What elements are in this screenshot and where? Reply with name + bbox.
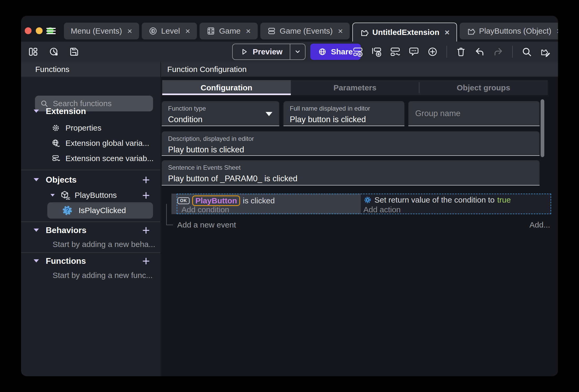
close-icon[interactable]: × — [445, 28, 450, 37]
add-more-button[interactable]: Add... — [530, 220, 550, 229]
sidebar-section-extension[interactable]: Extension — [21, 105, 160, 118]
panels-icon[interactable] — [27, 46, 39, 58]
conditions-column[interactable]: OK PlayButton is clicked Add condition — [171, 194, 361, 214]
close-window-button[interactable] — [25, 27, 32, 34]
sidebar-section-behaviors[interactable]: Behaviors + — [21, 224, 160, 237]
condition-text: is clicked — [243, 196, 275, 205]
tab-playbuttons-object[interactable]: PlayButtons (Object) × — [460, 23, 558, 39]
configuration-tab-bar: Configuration Parameters Object groups — [162, 80, 548, 95]
chevron-down-icon[interactable] — [34, 110, 39, 113]
tab-object-groups[interactable]: Object groups — [419, 80, 548, 95]
close-icon[interactable]: × — [557, 27, 558, 35]
chevron-down-icon[interactable] — [34, 229, 39, 232]
chevron-down-icon — [294, 48, 301, 55]
redo-icon[interactable] — [492, 46, 504, 58]
preview-button[interactable]: Preview — [232, 44, 306, 60]
toolbar-center-group: Preview Share — [232, 42, 361, 62]
tab-configuration[interactable]: Configuration — [162, 80, 291, 95]
vertical-scrollbar[interactable] — [541, 99, 544, 157]
add-new-event-button[interactable]: Add a new event — [177, 220, 236, 229]
condition-function-icon — [62, 205, 73, 216]
preview-options-button[interactable] — [290, 44, 305, 59]
comment-icon[interactable] — [408, 46, 420, 58]
edit-extension-icon[interactable] — [540, 46, 551, 58]
add-function-button[interactable]: + — [142, 254, 150, 267]
add-object-function-button[interactable]: + — [142, 189, 150, 202]
trash-icon[interactable] — [455, 46, 467, 58]
sidebar-item-extension-global-variables[interactable]: Extension global varia... — [21, 136, 160, 150]
tab-level[interactable]: Level × — [142, 23, 197, 39]
film-icon — [206, 27, 215, 35]
functions-sidebar: Functions Extension Properties Extension… — [21, 62, 160, 376]
group-name-field[interactable] — [408, 101, 540, 126]
button-icon: OK — [177, 197, 190, 204]
circle-plus-icon[interactable] — [427, 46, 438, 58]
sidebar-divider — [21, 252, 160, 253]
share-label: Share — [331, 47, 353, 56]
tab-untitled-extension[interactable]: UntitledExtension × — [352, 23, 457, 42]
menu-icon[interactable] — [46, 28, 56, 34]
action-value-true[interactable]: true — [497, 195, 511, 204]
chevron-down-icon[interactable] — [34, 259, 39, 262]
add-subevent-icon[interactable] — [371, 46, 382, 58]
chevron-down-icon[interactable] — [34, 178, 39, 181]
event-row[interactable]: OK PlayButton is clicked Add condition S… — [171, 194, 551, 214]
description-field[interactable]: Description, displayed in editor Play bu… — [162, 131, 540, 156]
tab-game-events[interactable]: Game (Events) × — [260, 23, 350, 39]
sidebar-item-extension-scene-variables[interactable]: Extension scene variab... — [21, 151, 160, 166]
sidebar-divider — [21, 221, 160, 222]
chevron-down-icon[interactable] — [50, 194, 55, 197]
tab-parameters[interactable]: Parameters — [291, 80, 419, 95]
app-window: Menu (Events) × Level × Game × Game (Eve… — [21, 16, 558, 376]
minimize-window-button[interactable] — [36, 27, 43, 34]
add-behavior-button[interactable]: + — [142, 224, 150, 237]
main-panel-title: Function Configuration — [161, 62, 558, 77]
functions-empty-hint: Start by adding a new func... — [21, 270, 160, 281]
add-object-button[interactable]: + — [142, 173, 150, 186]
add-action-button[interactable]: Add action — [363, 205, 401, 214]
cube-2d-icon — [59, 190, 70, 200]
close-icon[interactable]: × — [185, 27, 190, 35]
sidebar-item-isplayclicked[interactable]: IsPlayClicked — [47, 202, 153, 219]
add-condition-button[interactable]: Add condition — [181, 205, 229, 214]
tab-game[interactable]: Game × — [200, 23, 257, 39]
search-icon[interactable] — [521, 46, 532, 58]
sidebar-section-functions[interactable]: Functions + — [21, 254, 160, 267]
close-icon[interactable]: × — [338, 27, 343, 35]
toolbar-left-group — [27, 42, 80, 62]
close-icon[interactable]: × — [246, 27, 251, 35]
globe-icon — [318, 48, 327, 56]
event-tree-line — [166, 204, 167, 225]
group-name-input[interactable] — [415, 101, 533, 126]
toolbar-divider — [512, 46, 513, 58]
gear-icon — [51, 123, 60, 132]
function-type-select[interactable]: Function type Condition — [162, 101, 279, 126]
save-icon[interactable] — [68, 46, 80, 58]
undo-icon[interactable] — [474, 46, 485, 58]
add-event-icon[interactable] — [352, 46, 364, 58]
add-other-event-icon[interactable] — [389, 46, 401, 58]
tab-label: UntitledExtension — [372, 28, 439, 37]
object-chip-playbutton[interactable]: PlayButton — [192, 195, 240, 206]
action-set-return-value[interactable]: Set return value of the condition to tru… — [363, 195, 511, 204]
close-icon[interactable]: × — [127, 27, 132, 35]
actions-column[interactable]: Set return value of the condition to tru… — [361, 194, 551, 214]
scene-icon — [149, 27, 158, 35]
extension-icon — [466, 27, 475, 35]
history-icon[interactable] — [48, 46, 59, 58]
toolbar-right-group — [352, 42, 551, 62]
sentence-field[interactable]: Sentence in Events Sheet Play button of … — [162, 160, 540, 185]
sidebar-item-properties[interactable]: Properties — [21, 121, 160, 135]
preview-label: Preview — [253, 47, 282, 56]
event-tree-line — [166, 225, 173, 225]
sidebar-divider — [21, 170, 160, 170]
sidebar-item-playbuttons[interactable]: PlayButtons + — [21, 189, 160, 202]
tab-menu-events[interactable]: Menu (Events) × — [64, 23, 139, 39]
full-name-field[interactable]: Full name displayed in editor Play butto… — [283, 101, 404, 126]
globe-variable-icon — [51, 139, 60, 148]
window-body: Functions Extension Properties Extension… — [21, 62, 558, 376]
sidebar-section-objects[interactable]: Objects + — [21, 172, 160, 187]
window-titlebar: Menu (Events) × Level × Game × Game (Eve… — [21, 16, 558, 42]
condition-playbutton-is-clicked[interactable]: OK PlayButton is clicked — [177, 195, 275, 206]
tab-label: Game (Events) — [280, 27, 333, 35]
